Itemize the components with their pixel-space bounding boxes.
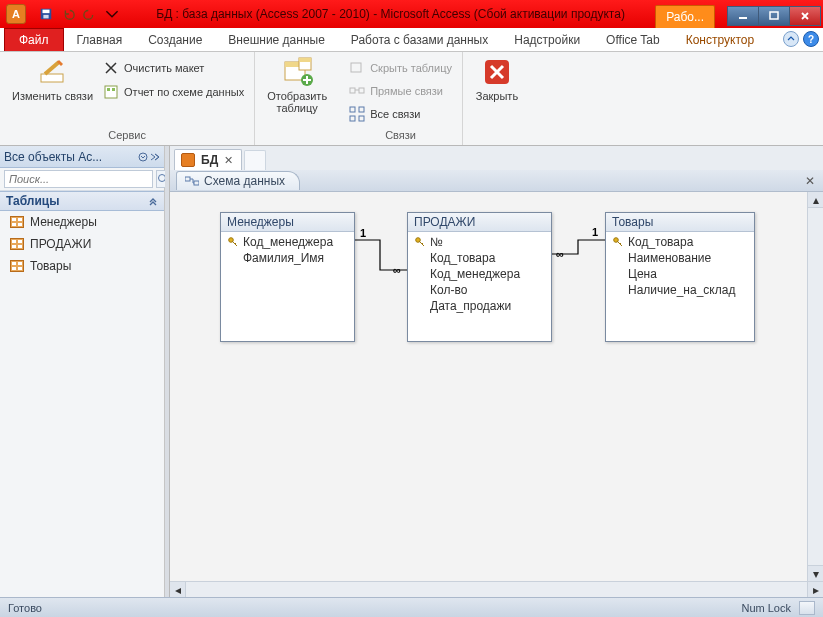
clear-layout-label: Очистить макет	[124, 62, 204, 74]
all-relationships-icon	[349, 106, 365, 122]
quick-access-toolbar	[32, 4, 126, 24]
doc-tab-bd[interactable]: БД ✕	[174, 149, 242, 170]
nav-item-label: Менеджеры	[30, 215, 97, 229]
minimize-ribbon-icon[interactable]	[783, 31, 799, 47]
field-row[interactable]: Фамилия_Имя	[221, 250, 354, 266]
undo-icon[interactable]	[58, 4, 78, 24]
field-row[interactable]: №	[408, 234, 551, 250]
svg-rect-5	[41, 74, 63, 82]
field-row[interactable]: Код_менеджера	[221, 234, 354, 250]
key-icon	[612, 237, 624, 247]
vertical-scrollbar[interactable]: ▴ ▾	[807, 192, 823, 581]
numlock-indicator: Num Lock	[741, 602, 791, 614]
nav-collapse-icon[interactable]	[150, 152, 160, 162]
edit-relationships-button[interactable]: Изменить связи	[8, 54, 97, 104]
tab-addins[interactable]: Надстройки	[501, 28, 593, 51]
table-box-title: Товары	[606, 213, 754, 232]
object-tab-row: Схема данных ✕	[170, 170, 823, 192]
close-button[interactable]	[789, 6, 821, 26]
table-box-goods[interactable]: Товары Код_товара Наименование Цена Нали…	[605, 212, 755, 342]
qat-dropdown-icon[interactable]	[102, 4, 122, 24]
relationship-report-icon	[103, 84, 119, 100]
status-text: Готово	[8, 602, 42, 614]
nav-item-goods[interactable]: Товары	[0, 255, 164, 277]
all-relationships-button[interactable]: Все связи	[347, 104, 454, 124]
field-name: Код_менеджера	[430, 267, 520, 281]
field-row[interactable]: Наименование	[606, 250, 754, 266]
direct-relationships-button[interactable]: Прямые связи	[347, 81, 454, 101]
field-row[interactable]: Цена	[606, 266, 754, 282]
relationship-report-button[interactable]: Отчет по схеме данных	[101, 82, 246, 102]
window-title: БД : база данных (Access 2007 - 2010) - …	[126, 7, 655, 21]
ribbon-group-show-table: Отобразитьтаблицу	[255, 52, 339, 145]
rel-one-label: 1	[592, 226, 598, 238]
scroll-up-icon[interactable]: ▴	[808, 192, 823, 208]
nav-search-input[interactable]	[4, 170, 153, 188]
tab-home[interactable]: Главная	[64, 28, 136, 51]
table-icon	[10, 216, 24, 228]
show-table-button[interactable]: Отобразитьтаблицу	[263, 54, 331, 116]
collapse-category-icon[interactable]	[148, 196, 158, 206]
field-name: Код_менеджера	[243, 235, 333, 249]
table-icon	[10, 238, 24, 250]
tab-database-tools[interactable]: Работа с базами данных	[338, 28, 501, 51]
object-tab-relationships[interactable]: Схема данных	[176, 171, 300, 190]
hide-table-button[interactable]: Скрыть таблицу	[347, 58, 454, 78]
view-button[interactable]	[799, 601, 815, 615]
field-row[interactable]: Код_менеджера	[408, 266, 551, 282]
file-tab[interactable]: Файл	[4, 28, 64, 51]
svg-rect-8	[112, 88, 115, 91]
show-table-icon	[281, 56, 313, 88]
scroll-down-icon[interactable]: ▾	[808, 565, 823, 581]
hide-table-icon	[349, 60, 365, 76]
rel-one-label: 1	[360, 227, 366, 239]
contextual-tab-header[interactable]: Рабо...	[655, 5, 715, 28]
svg-rect-19	[350, 116, 355, 121]
doc-tab-blank[interactable]	[244, 150, 266, 170]
save-icon[interactable]	[36, 4, 56, 24]
svg-rect-12	[299, 58, 311, 62]
nav-dropdown-icon[interactable]	[138, 152, 148, 162]
field-row[interactable]: Дата_продажи	[408, 298, 551, 314]
document-area: Все объекты Ac... Таблицы Менеджеры ПРОД…	[0, 146, 823, 597]
tab-office-tab[interactable]: Office Tab	[593, 28, 673, 51]
nav-category-tables[interactable]: Таблицы	[0, 191, 164, 211]
close-rel-button[interactable]: Закрыть	[471, 54, 523, 104]
scroll-right-icon[interactable]: ▸	[807, 582, 823, 597]
scroll-left-icon[interactable]: ◂	[170, 582, 186, 597]
rel-many-label: ∞	[393, 264, 401, 276]
nav-item-sales[interactable]: ПРОДАЖИ	[0, 233, 164, 255]
doc-tab-close-icon[interactable]: ✕	[224, 154, 233, 167]
relationships-canvas[interactable]: Менеджеры Код_менеджера Фамилия_Имя ПРОД…	[170, 192, 823, 597]
svg-rect-14	[351, 63, 361, 72]
svg-rect-24	[185, 177, 190, 181]
nav-item-label: Товары	[30, 259, 71, 273]
tab-create[interactable]: Создание	[135, 28, 215, 51]
view-switcher	[799, 601, 815, 615]
field-row[interactable]: Код_товара	[408, 250, 551, 266]
main-area: БД ✕ Схема данных ✕ Менеджеры Код_менедж…	[170, 146, 823, 597]
ribbon-group-relationships-label: Связи	[347, 129, 454, 145]
field-row[interactable]: Кол-во	[408, 282, 551, 298]
tab-external-data[interactable]: Внешние данные	[215, 28, 338, 51]
minimize-button[interactable]	[727, 6, 759, 26]
maximize-button[interactable]	[758, 6, 790, 26]
status-bar: Готово Num Lock	[0, 597, 823, 617]
field-row[interactable]: Код_товара	[606, 234, 754, 250]
horizontal-scrollbar[interactable]: ◂ ▸	[170, 581, 823, 597]
table-box-managers[interactable]: Менеджеры Код_менеджера Фамилия_Имя	[220, 212, 355, 342]
table-box-sales[interactable]: ПРОДАЖИ № Код_товара Код_менеджера Кол-в…	[407, 212, 552, 342]
field-row[interactable]: Наличие_на_склад	[606, 282, 754, 298]
app-icon: A	[6, 4, 26, 24]
nav-pane-header[interactable]: Все объекты Ac...	[0, 146, 164, 168]
tab-design[interactable]: Конструктор	[673, 28, 767, 51]
help-icon[interactable]: ?	[803, 31, 819, 47]
nav-item-managers[interactable]: Менеджеры	[0, 211, 164, 233]
ribbon-tab-strip: Файл Главная Создание Внешние данные Раб…	[0, 28, 823, 52]
nav-category-label: Таблицы	[6, 194, 59, 208]
direct-relationships-label: Прямые связи	[370, 85, 443, 97]
object-tab-close-icon[interactable]: ✕	[803, 174, 817, 188]
svg-point-22	[139, 153, 147, 161]
redo-icon[interactable]	[80, 4, 100, 24]
clear-layout-button[interactable]: Очистить макет	[101, 58, 246, 78]
